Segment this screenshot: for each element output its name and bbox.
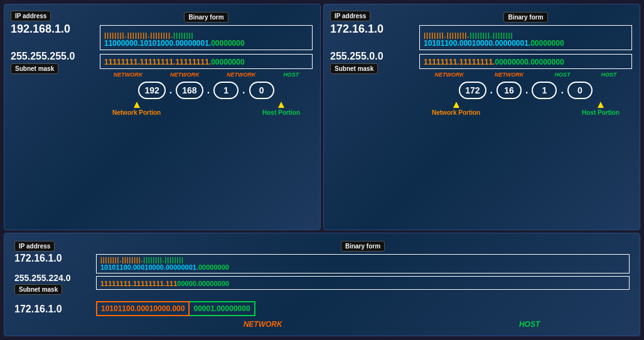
panel2-ip-net-bits: 10101100.00010000.00000001. — [424, 39, 530, 48]
panel2-binary-section: Binary form ||||||||.||||||||.||||||||.|… — [419, 11, 632, 116]
panel1-subnet-label: Subnet mask — [11, 63, 58, 74]
panel1-ip-host-bits: 00000000 — [211, 39, 244, 48]
panel2-ip-label: IP address — [330, 11, 370, 21]
panel2-subnet-host-bits: 00000000.00000000 — [495, 58, 564, 66]
panel1-subnet-net-bits: 11111111.11111111.11111111. — [104, 58, 211, 66]
panel2-col-labels: NETWORK NETWORK HOST HOST — [419, 72, 632, 78]
panel1-subnet: 255.255.255.0 — [11, 51, 75, 62]
panel1-net-arrow: Network Portion — [112, 102, 161, 116]
panel3-host-label: HOST — [519, 320, 540, 329]
panel3-result-binary: 10101100.00010000.000 00001.00000000 — [96, 301, 630, 316]
panel2-dot1: . — [490, 85, 493, 96]
panel2-host-arrow-icon — [598, 102, 604, 108]
panel3-ip-net-bits: 10101100.00010000. — [100, 263, 166, 271]
panel1-col-net3: NETWORK — [227, 72, 256, 78]
panel1-subnet-binary: 11111111.11111111.11111111.00000000 — [100, 54, 313, 69]
panel2-col-net1: NETWORK — [434, 72, 464, 78]
panel1-octet2: 168 — [176, 82, 203, 99]
panel2-subnet-label: Subnet mask — [330, 63, 378, 74]
panel2-octet3: 1 — [532, 82, 557, 99]
panel1-ip-binary-row: 11000000.10101000.00000001.00000000 — [104, 39, 308, 48]
panel2-dot3: . — [561, 85, 563, 96]
panel1-binary-label: Binary form — [184, 12, 228, 23]
panel3-ip-net-bits2: 00000001. — [166, 263, 198, 271]
panel2-col-host2: HOST — [601, 72, 616, 78]
panel2-ip-host-bits: 00000000 — [530, 39, 564, 48]
panel2-octet-row: 172 . 16 . 1 . 0 — [419, 82, 632, 99]
panel2-col-net2: NETWORK — [495, 72, 524, 78]
panel-2: IP address 172.16.1.0 255.255.0.0 Subnet… — [323, 4, 640, 230]
panel1-col-net1: NETWORK — [114, 72, 143, 78]
panel1-ip-ticks: ||||||||.||||||||.||||||||.|||||||| — [104, 28, 308, 39]
panel1-ip: 192.168.1.0 — [11, 23, 75, 36]
panel1-col-host: HOST — [283, 72, 299, 78]
panel1-dot1: . — [169, 85, 172, 96]
panel2-oct2-val: 16 — [499, 85, 519, 95]
panel1-oct3-val: 1 — [218, 85, 233, 95]
panel3-ip-binary-row: 10101100.00010000.00000001.00000000 — [100, 263, 625, 271]
panel3-subnet-host-bits: 00000.00000000 — [177, 280, 229, 287]
panel2-col-host1: HOST — [554, 72, 570, 78]
panel1-host-portion-label: Host Portion — [262, 109, 300, 116]
panel3-result-host-bits: 00001.00000000 — [193, 304, 250, 313]
panel1-dot2: . — [207, 85, 210, 96]
panel3-ip-top: 172.16.1.0 — [14, 253, 96, 264]
panel3-left: IP address 172.16.1.0 255.255.224.0 Subn… — [14, 240, 96, 295]
panel1-net-portion-label: Network Portion — [112, 109, 161, 116]
panel1-subnet-binary-row: 11111111.11111111.11111111.00000000 — [104, 58, 308, 66]
panel1-ip-ticks-net: ||||||||.||||||||.||||||||. — [104, 31, 173, 39]
panel1-arrows: Network Portion Host Portion — [100, 102, 313, 116]
panel1-col-labels: NETWORK NETWORK NETWORK HOST — [100, 72, 313, 78]
panel2-oct3-val: 1 — [537, 85, 552, 95]
panel1-subnet-host-bits: 00000000 — [211, 58, 244, 66]
panel1-ip-binary: ||||||||.||||||||.||||||||.|||||||| 1100… — [100, 25, 313, 50]
panel1-ip-label: IP address — [11, 11, 51, 21]
panel2-oct1-val: 172 — [460, 85, 485, 95]
panel3-ip-label: IP address — [14, 241, 55, 252]
panel3-binary-label: Binary form — [341, 241, 385, 252]
panel1-host-arrow-icon — [278, 102, 284, 108]
panel3-network-label-container: NETWORK — [96, 318, 429, 329]
panel2-net-portion-label: Network Portion — [432, 109, 480, 116]
panel3-result-host-box: 00001.00000000 — [190, 301, 255, 316]
panel3-subnet: 255.255.224.0 — [14, 273, 96, 283]
panel2-host-arrow: Host Portion — [582, 102, 620, 116]
panel1-octet4: 0 — [249, 82, 274, 99]
panel3-ip-host-bits: 00000000 — [198, 263, 229, 271]
panel1-net-arrow-icon — [134, 102, 140, 108]
panel3-host-label-container: HOST — [429, 318, 630, 329]
panel3-ip-binary: ||||||||.||||||||.||||||||.|||||||| 1010… — [96, 254, 630, 274]
panel1-binary-section: Binary form ||||||||.||||||||.||||||||.|… — [100, 11, 313, 116]
panel2-octet2: 16 — [496, 82, 522, 99]
panel3-ip-bottom: 172.16.1.0 — [14, 304, 96, 315]
panel1-octet-row: 192 . 168 . 1 . 0 — [100, 82, 313, 99]
panel1-octet1: 192 — [138, 82, 165, 99]
panel-1: IP address 192.168.1.0 255.255.255.0 Sub… — [4, 4, 321, 230]
panel1-oct1-val: 192 — [139, 85, 164, 95]
panel2-subnet-binary: 11111111.11111111.00000000.00000000 — [419, 54, 632, 69]
panel2-ip: 172.16.1.0 — [330, 23, 384, 36]
panel3-result-net-box: 10101100.00010000.000 — [96, 301, 190, 316]
panel2-dot2: . — [525, 85, 528, 96]
panel2-ip-ticks: ||||||||.||||||||.||||||||.|||||||| — [424, 28, 628, 39]
panel2-oct4-val: 0 — [572, 85, 588, 95]
panel3-subnet-binary-row: 11111111.11111111.11100000.00000000 — [100, 280, 625, 287]
panel2-subnet-binary-row: 11111111.11111111.00000000.00000000 — [424, 58, 628, 66]
panel3-ticks-host: ||||||||.|||||||| — [143, 257, 184, 263]
bottom-row: IP address 172.16.1.0 255.255.224.0 Subn… — [4, 233, 640, 336]
panel3-ticks-net: ||||||||.||||||||. — [100, 257, 143, 263]
panel2-ip-binary-row: 10101100.00010000.00000001.00000000 — [424, 39, 628, 48]
panel1-octet3: 1 — [213, 82, 239, 99]
panel2-arrows: Network Portion Host Portion — [419, 102, 632, 116]
panel2-binary-label: Binary form — [503, 12, 547, 23]
panel2-host-portion-label: Host Portion — [582, 109, 620, 116]
panel1-left-info: IP address 192.168.1.0 255.255.255.0 Sub… — [11, 9, 75, 74]
panel3-binary-right: Binary form ||||||||.||||||||.||||||||.|… — [96, 240, 630, 295]
panel2-ip-binary: ||||||||.||||||||.||||||||.|||||||| 1010… — [419, 25, 632, 50]
panel2-subnet-net-bits: 11111111.11111111. — [424, 58, 495, 66]
panel3-top: IP address 172.16.1.0 255.255.224.0 Subn… — [14, 240, 630, 295]
panel3-subnet-net-bits: 11111111.11111111.111 — [100, 280, 177, 287]
panel2-net-arrow-icon — [453, 102, 459, 108]
panel1-oct4-val: 0 — [254, 85, 269, 95]
panel3-result-row: 172.16.1.0 10101100.00010000.000 00001.0… — [14, 301, 630, 316]
